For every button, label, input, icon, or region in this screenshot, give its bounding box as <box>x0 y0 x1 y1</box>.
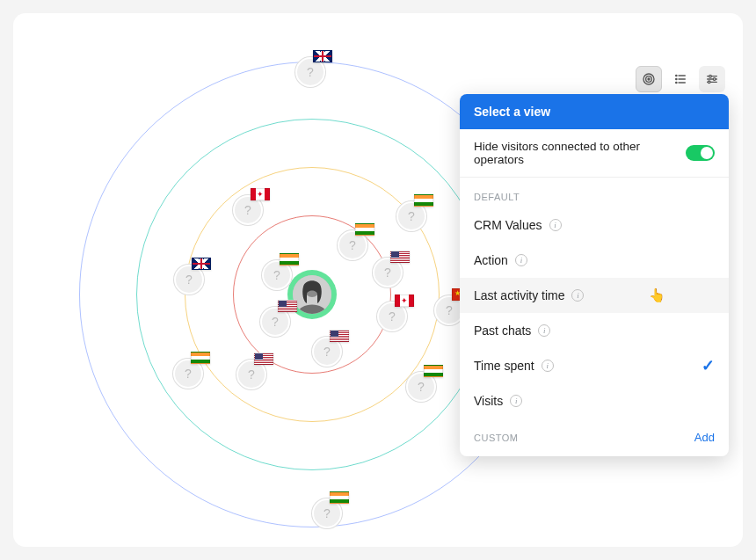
svg-point-17 <box>708 81 710 84</box>
svg-point-5 <box>648 78 650 80</box>
info-icon[interactable]: i <box>542 360 554 372</box>
flag-icon <box>424 365 443 377</box>
option-label: Past chats <box>474 324 531 338</box>
svg-point-10 <box>676 78 677 79</box>
flag-icon <box>280 253 299 265</box>
view-option[interactable]: Visitsi <box>460 383 729 418</box>
view-option[interactable]: Past chatsi <box>460 313 729 348</box>
view-toolbar <box>636 66 725 92</box>
info-icon[interactable]: i <box>538 324 550 337</box>
app-card: ??????????????? Select a view Hide vis <box>13 13 743 547</box>
filter-button[interactable] <box>699 66 725 92</box>
option-label: CRM Values <box>474 218 542 232</box>
svg-point-11 <box>676 82 677 83</box>
visitor-node[interactable]: ? <box>174 265 204 295</box>
option-label: Time spent <box>474 359 534 373</box>
visitor-node[interactable]: ? <box>373 258 403 287</box>
toggle-label: Hide visitors connected to other operato… <box>474 140 686 166</box>
visitor-node[interactable]: ? <box>236 360 266 389</box>
hide-visitors-toggle-row[interactable]: Hide visitors connected to other operato… <box>460 129 729 178</box>
check-icon: ✓ <box>701 356 715 375</box>
svg-point-9 <box>676 75 677 76</box>
section-default: DEFAULT <box>460 178 729 207</box>
flag-icon <box>192 258 211 270</box>
visitor-node[interactable]: ? <box>295 57 325 87</box>
visitor-node[interactable]: ? <box>260 307 290 337</box>
flag-icon <box>390 251 410 263</box>
info-icon[interactable]: i <box>515 254 527 266</box>
flag-icon <box>414 194 433 207</box>
flag-icon <box>313 50 332 62</box>
visitor-node[interactable]: ? <box>312 498 342 528</box>
flag-icon <box>191 352 210 364</box>
info-icon[interactable]: i <box>549 219 562 231</box>
visitor-node[interactable]: ? <box>312 337 342 367</box>
add-custom-view[interactable]: Add <box>694 431 715 444</box>
flag-icon <box>254 353 273 365</box>
view-select-panel: Select a view Hide visitors connected to… <box>460 94 729 456</box>
section-custom-row: CUSTOM Add <box>460 418 729 456</box>
flag-icon <box>330 491 349 504</box>
flag-icon <box>251 188 270 200</box>
view-option[interactable]: CRM Valuesi <box>460 207 729 243</box>
view-option[interactable]: Actioni <box>460 243 729 278</box>
radar-view-button[interactable] <box>636 66 662 92</box>
toggle-switch[interactable] <box>686 145 715 161</box>
operator-avatar <box>293 275 331 314</box>
flag-icon <box>278 300 297 312</box>
info-icon[interactable]: i <box>510 395 522 407</box>
view-option[interactable]: Last activity timei👆 <box>460 278 729 313</box>
visitor-node[interactable]: ? <box>406 372 436 402</box>
visitor-node[interactable]: ? <box>338 230 367 260</box>
cursor-icon: 👆 <box>649 287 665 303</box>
visitor-node[interactable]: ? <box>377 302 407 331</box>
svg-point-15 <box>713 78 716 81</box>
option-label: Action <box>474 253 508 267</box>
visitor-node[interactable]: ? <box>173 359 203 389</box>
svg-point-13 <box>709 75 712 77</box>
visitor-node[interactable]: ? <box>262 260 292 290</box>
flag-icon <box>395 295 414 307</box>
flag-icon <box>355 223 374 236</box>
option-label: Last activity time <box>474 288 564 302</box>
visitor-node[interactable]: ? <box>233 195 263 225</box>
section-custom: CUSTOM <box>474 433 518 443</box>
visitor-node[interactable]: ? <box>396 201 426 231</box>
info-icon[interactable]: i <box>571 289 584 302</box>
flag-icon <box>330 330 349 342</box>
option-label: Visits <box>474 394 503 408</box>
view-option[interactable]: Time spenti✓ <box>460 348 729 383</box>
list-view-button[interactable] <box>667 66 694 92</box>
panel-title: Select a view <box>460 94 729 129</box>
